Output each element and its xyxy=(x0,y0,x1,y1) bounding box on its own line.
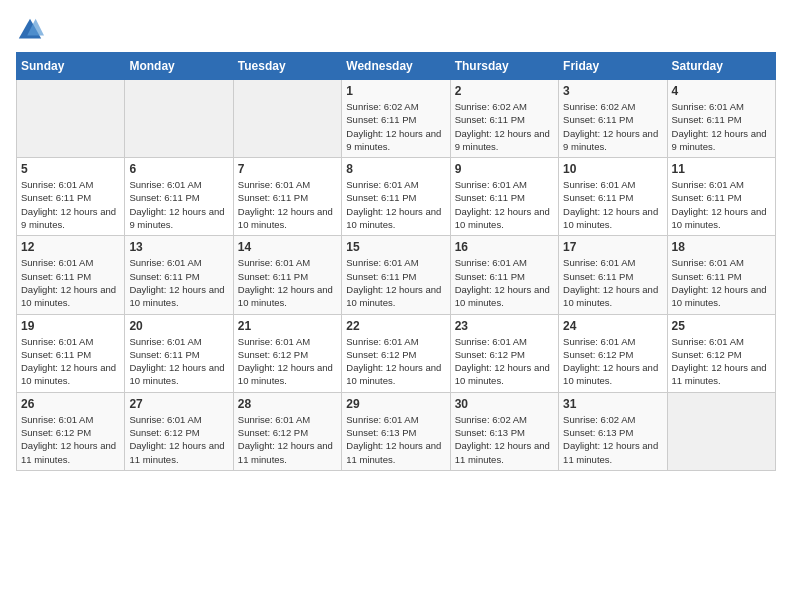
calendar-day-cell: 31Sunrise: 6:02 AMSunset: 6:13 PMDayligh… xyxy=(559,392,667,470)
day-info: Sunrise: 6:01 AMSunset: 6:13 PMDaylight:… xyxy=(346,413,445,466)
calendar-table: SundayMondayTuesdayWednesdayThursdayFrid… xyxy=(16,52,776,471)
day-info: Sunrise: 6:01 AMSunset: 6:12 PMDaylight:… xyxy=(346,335,445,388)
day-number: 16 xyxy=(455,240,554,254)
calendar-week-row: 12Sunrise: 6:01 AMSunset: 6:11 PMDayligh… xyxy=(17,236,776,314)
calendar-week-row: 1Sunrise: 6:02 AMSunset: 6:11 PMDaylight… xyxy=(17,80,776,158)
calendar-day-cell: 5Sunrise: 6:01 AMSunset: 6:11 PMDaylight… xyxy=(17,158,125,236)
day-number: 28 xyxy=(238,397,337,411)
day-number: 21 xyxy=(238,319,337,333)
day-info: Sunrise: 6:01 AMSunset: 6:11 PMDaylight:… xyxy=(346,178,445,231)
day-info: Sunrise: 6:01 AMSunset: 6:11 PMDaylight:… xyxy=(129,256,228,309)
day-info: Sunrise: 6:02 AMSunset: 6:11 PMDaylight:… xyxy=(455,100,554,153)
calendar-day-cell: 9Sunrise: 6:01 AMSunset: 6:11 PMDaylight… xyxy=(450,158,558,236)
day-number: 5 xyxy=(21,162,120,176)
day-info: Sunrise: 6:01 AMSunset: 6:11 PMDaylight:… xyxy=(672,256,771,309)
day-info: Sunrise: 6:01 AMSunset: 6:12 PMDaylight:… xyxy=(238,335,337,388)
day-number: 4 xyxy=(672,84,771,98)
calendar-body: 1Sunrise: 6:02 AMSunset: 6:11 PMDaylight… xyxy=(17,80,776,471)
calendar-day-cell: 21Sunrise: 6:01 AMSunset: 6:12 PMDayligh… xyxy=(233,314,341,392)
calendar-day-cell xyxy=(667,392,775,470)
day-info: Sunrise: 6:01 AMSunset: 6:11 PMDaylight:… xyxy=(346,256,445,309)
day-info: Sunrise: 6:01 AMSunset: 6:12 PMDaylight:… xyxy=(563,335,662,388)
day-number: 22 xyxy=(346,319,445,333)
weekday-header: Sunday xyxy=(17,53,125,80)
day-number: 17 xyxy=(563,240,662,254)
calendar-day-cell: 24Sunrise: 6:01 AMSunset: 6:12 PMDayligh… xyxy=(559,314,667,392)
calendar-day-cell: 12Sunrise: 6:01 AMSunset: 6:11 PMDayligh… xyxy=(17,236,125,314)
day-info: Sunrise: 6:01 AMSunset: 6:12 PMDaylight:… xyxy=(455,335,554,388)
day-number: 27 xyxy=(129,397,228,411)
day-number: 30 xyxy=(455,397,554,411)
page-header xyxy=(16,16,776,44)
calendar-day-cell: 18Sunrise: 6:01 AMSunset: 6:11 PMDayligh… xyxy=(667,236,775,314)
day-number: 15 xyxy=(346,240,445,254)
calendar-day-cell: 16Sunrise: 6:01 AMSunset: 6:11 PMDayligh… xyxy=(450,236,558,314)
calendar-day-cell: 30Sunrise: 6:02 AMSunset: 6:13 PMDayligh… xyxy=(450,392,558,470)
logo-icon xyxy=(16,16,44,44)
day-number: 6 xyxy=(129,162,228,176)
day-number: 23 xyxy=(455,319,554,333)
day-number: 11 xyxy=(672,162,771,176)
day-number: 19 xyxy=(21,319,120,333)
day-info: Sunrise: 6:02 AMSunset: 6:11 PMDaylight:… xyxy=(563,100,662,153)
day-info: Sunrise: 6:01 AMSunset: 6:11 PMDaylight:… xyxy=(672,100,771,153)
calendar-day-cell: 15Sunrise: 6:01 AMSunset: 6:11 PMDayligh… xyxy=(342,236,450,314)
weekday-header: Monday xyxy=(125,53,233,80)
calendar-day-cell: 1Sunrise: 6:02 AMSunset: 6:11 PMDaylight… xyxy=(342,80,450,158)
weekday-header: Wednesday xyxy=(342,53,450,80)
day-number: 26 xyxy=(21,397,120,411)
calendar-header-row: SundayMondayTuesdayWednesdayThursdayFrid… xyxy=(17,53,776,80)
day-info: Sunrise: 6:01 AMSunset: 6:12 PMDaylight:… xyxy=(238,413,337,466)
weekday-header: Friday xyxy=(559,53,667,80)
day-info: Sunrise: 6:01 AMSunset: 6:11 PMDaylight:… xyxy=(21,335,120,388)
calendar-day-cell: 11Sunrise: 6:01 AMSunset: 6:11 PMDayligh… xyxy=(667,158,775,236)
day-info: Sunrise: 6:01 AMSunset: 6:12 PMDaylight:… xyxy=(129,413,228,466)
day-number: 24 xyxy=(563,319,662,333)
calendar-week-row: 5Sunrise: 6:01 AMSunset: 6:11 PMDaylight… xyxy=(17,158,776,236)
calendar-day-cell: 27Sunrise: 6:01 AMSunset: 6:12 PMDayligh… xyxy=(125,392,233,470)
calendar-day-cell: 4Sunrise: 6:01 AMSunset: 6:11 PMDaylight… xyxy=(667,80,775,158)
weekday-header: Saturday xyxy=(667,53,775,80)
calendar-day-cell: 20Sunrise: 6:01 AMSunset: 6:11 PMDayligh… xyxy=(125,314,233,392)
weekday-header: Tuesday xyxy=(233,53,341,80)
day-info: Sunrise: 6:01 AMSunset: 6:11 PMDaylight:… xyxy=(238,178,337,231)
day-number: 20 xyxy=(129,319,228,333)
calendar-day-cell: 3Sunrise: 6:02 AMSunset: 6:11 PMDaylight… xyxy=(559,80,667,158)
day-info: Sunrise: 6:01 AMSunset: 6:11 PMDaylight:… xyxy=(672,178,771,231)
calendar-day-cell: 13Sunrise: 6:01 AMSunset: 6:11 PMDayligh… xyxy=(125,236,233,314)
day-info: Sunrise: 6:01 AMSunset: 6:12 PMDaylight:… xyxy=(21,413,120,466)
calendar-week-row: 26Sunrise: 6:01 AMSunset: 6:12 PMDayligh… xyxy=(17,392,776,470)
calendar-day-cell: 7Sunrise: 6:01 AMSunset: 6:11 PMDaylight… xyxy=(233,158,341,236)
calendar-day-cell: 17Sunrise: 6:01 AMSunset: 6:11 PMDayligh… xyxy=(559,236,667,314)
day-number: 9 xyxy=(455,162,554,176)
calendar-day-cell: 28Sunrise: 6:01 AMSunset: 6:12 PMDayligh… xyxy=(233,392,341,470)
day-number: 12 xyxy=(21,240,120,254)
day-info: Sunrise: 6:02 AMSunset: 6:11 PMDaylight:… xyxy=(346,100,445,153)
calendar-day-cell: 8Sunrise: 6:01 AMSunset: 6:11 PMDaylight… xyxy=(342,158,450,236)
day-number: 31 xyxy=(563,397,662,411)
calendar-day-cell xyxy=(233,80,341,158)
logo xyxy=(16,16,48,44)
day-info: Sunrise: 6:01 AMSunset: 6:11 PMDaylight:… xyxy=(238,256,337,309)
day-number: 1 xyxy=(346,84,445,98)
calendar-day-cell: 22Sunrise: 6:01 AMSunset: 6:12 PMDayligh… xyxy=(342,314,450,392)
calendar-day-cell: 10Sunrise: 6:01 AMSunset: 6:11 PMDayligh… xyxy=(559,158,667,236)
day-number: 10 xyxy=(563,162,662,176)
day-info: Sunrise: 6:01 AMSunset: 6:11 PMDaylight:… xyxy=(21,256,120,309)
calendar-day-cell: 26Sunrise: 6:01 AMSunset: 6:12 PMDayligh… xyxy=(17,392,125,470)
day-info: Sunrise: 6:01 AMSunset: 6:11 PMDaylight:… xyxy=(455,178,554,231)
day-info: Sunrise: 6:02 AMSunset: 6:13 PMDaylight:… xyxy=(455,413,554,466)
day-number: 29 xyxy=(346,397,445,411)
day-info: Sunrise: 6:01 AMSunset: 6:11 PMDaylight:… xyxy=(129,178,228,231)
calendar-day-cell xyxy=(17,80,125,158)
day-info: Sunrise: 6:01 AMSunset: 6:11 PMDaylight:… xyxy=(563,178,662,231)
day-number: 7 xyxy=(238,162,337,176)
day-number: 8 xyxy=(346,162,445,176)
day-number: 13 xyxy=(129,240,228,254)
day-info: Sunrise: 6:02 AMSunset: 6:13 PMDaylight:… xyxy=(563,413,662,466)
calendar-day-cell: 19Sunrise: 6:01 AMSunset: 6:11 PMDayligh… xyxy=(17,314,125,392)
day-info: Sunrise: 6:01 AMSunset: 6:11 PMDaylight:… xyxy=(129,335,228,388)
day-info: Sunrise: 6:01 AMSunset: 6:11 PMDaylight:… xyxy=(455,256,554,309)
calendar-day-cell: 14Sunrise: 6:01 AMSunset: 6:11 PMDayligh… xyxy=(233,236,341,314)
calendar-week-row: 19Sunrise: 6:01 AMSunset: 6:11 PMDayligh… xyxy=(17,314,776,392)
